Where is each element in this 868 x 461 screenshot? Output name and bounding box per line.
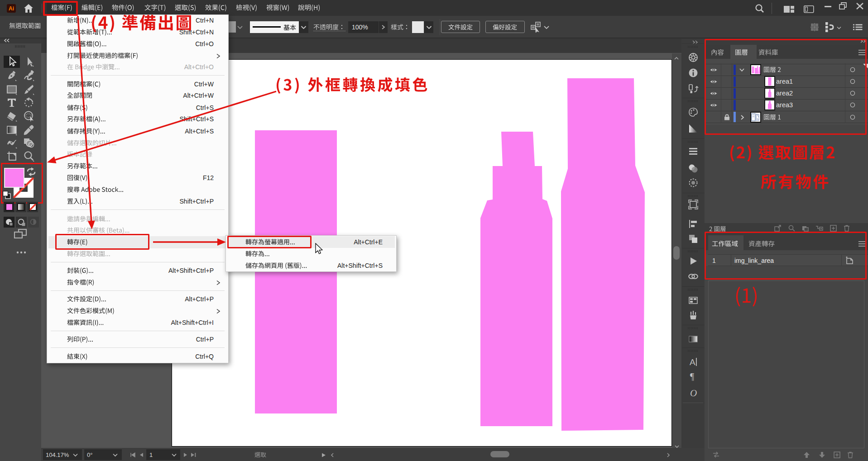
svg-text:¶: ¶ [690, 371, 694, 381]
svg-text:O: O [690, 388, 697, 399]
svg-text:A: A [690, 357, 695, 367]
